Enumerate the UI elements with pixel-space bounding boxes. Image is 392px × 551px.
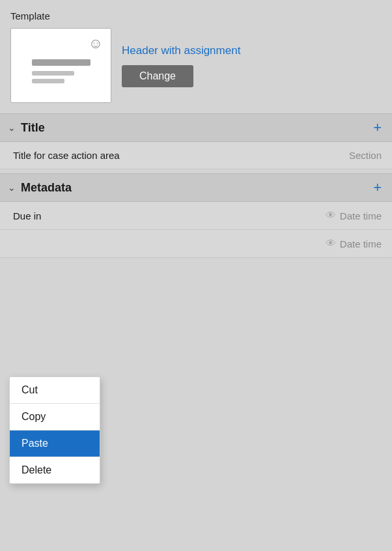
template-label: Template	[10, 10, 382, 21]
metadata-row-0: Due in 👁 Date time	[0, 202, 392, 230]
title-row-type: Section	[349, 150, 382, 161]
metadata-section-header-left: ⌄ Metadata	[8, 181, 72, 195]
template-name[interactable]: Header with assignment	[122, 44, 240, 57]
template-thumbnail: ☺	[10, 28, 111, 103]
metadata-add-icon[interactable]: +	[373, 180, 382, 195]
eye-icon-0: 👁	[326, 210, 336, 221]
metadata-row-0-type: 👁 Date time	[326, 210, 382, 221]
context-menu: Cut Copy Paste Delete	[9, 376, 100, 484]
thumb-bar-2	[32, 71, 74, 76]
template-info: Header with assignment Change	[122, 44, 240, 87]
metadata-section-header: ⌄ Metadata +	[0, 173, 392, 202]
metadata-row-1: 👁 Date time	[0, 230, 392, 258]
title-row-label: Title for case action area	[13, 150, 120, 161]
thumb-bar-1	[32, 59, 91, 66]
context-menu-paste[interactable]: Paste	[10, 431, 100, 457]
thumb-emoji: ☺	[89, 35, 103, 52]
change-button[interactable]: Change	[122, 65, 193, 87]
context-menu-cut[interactable]: Cut	[10, 377, 100, 403]
metadata-row-1-type: 👁 Date time	[326, 238, 382, 249]
thumb-bar-3	[32, 79, 64, 83]
context-menu-copy[interactable]: Copy	[10, 404, 100, 430]
metadata-section-title: Metadata	[21, 181, 72, 195]
context-menu-delete[interactable]: Delete	[10, 457, 100, 483]
title-section-header-left: ⌄ Title	[8, 121, 45, 135]
metadata-row-0-label: Due in	[13, 210, 41, 221]
title-chevron-icon[interactable]: ⌄	[8, 122, 16, 133]
eye-icon-1: 👁	[326, 238, 336, 249]
title-row: Title for case action area Section	[0, 142, 392, 169]
template-section: Template ☺ Header with assignment Change	[0, 0, 392, 113]
title-section-title: Title	[21, 121, 45, 135]
metadata-chevron-icon[interactable]: ⌄	[8, 182, 16, 193]
template-content: ☺ Header with assignment Change	[10, 28, 382, 103]
title-section-header: ⌄ Title +	[0, 113, 392, 142]
title-add-icon[interactable]: +	[373, 120, 382, 135]
